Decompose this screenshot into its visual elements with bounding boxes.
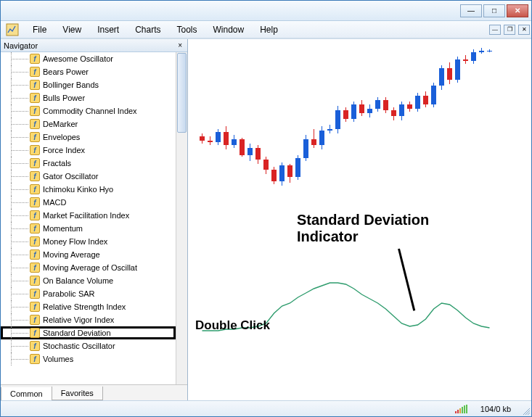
navigator-item[interactable]: fRelative Strength Index — [1, 300, 176, 313]
svg-rect-34 — [327, 129, 332, 131]
mdi-close-button[interactable]: ✕ — [518, 25, 530, 35]
window-close-button[interactable]: ✕ — [507, 4, 528, 17]
navigator-item-label: Momentum — [43, 224, 83, 233]
svg-rect-12 — [240, 139, 245, 155]
navigator-item-label: Envelopes — [43, 133, 80, 141]
navigator-item[interactable]: fMoney Flow Index — [1, 235, 176, 248]
indicator-icon: f — [30, 223, 40, 234]
navigator-panel: Navigator × fAwesome OscillatorfBears Po… — [1, 39, 188, 400]
navigator-item[interactable]: fStandard Deviation — [1, 326, 176, 339]
navigator-list[interactable]: fAwesome OscillatorfBears PowerfBollinge… — [1, 52, 176, 384]
navigator-item[interactable]: fMarket Facilitation Index — [1, 209, 176, 222]
navigator-scrollbar[interactable] — [176, 52, 187, 384]
svg-rect-68 — [463, 59, 468, 61]
svg-rect-62 — [439, 68, 444, 86]
navigator-item-label: Standard Deviation — [43, 329, 111, 337]
navigator-item[interactable]: fBulls Power — [1, 91, 176, 104]
navigator-item[interactable]: fDeMarker — [1, 117, 176, 131]
navigator-item[interactable]: fOn Balance Volume — [1, 274, 176, 287]
statusbar: 104/0 kb — [1, 400, 531, 416]
indicator-icon: f — [30, 341, 40, 351]
tab-favorites[interactable]: Favorites — [52, 387, 103, 400]
menu-charts[interactable]: Charts — [128, 23, 168, 36]
window-minimize-button[interactable]: — — [460, 4, 482, 17]
navigator-item[interactable]: fBears Power — [1, 65, 176, 78]
mdi-minimize-icon: — — [492, 26, 498, 33]
indicator-icon: f — [30, 315, 40, 325]
svg-rect-8 — [224, 132, 229, 145]
navigator-item-label: Moving Average — [43, 250, 100, 259]
navigator-item-label: Relative Strength Index — [43, 302, 126, 311]
navigator-item-label: Commodity Channel Index — [43, 107, 137, 115]
resize-grip[interactable] — [521, 406, 530, 415]
mdi-minimize-button[interactable]: — — [489, 25, 501, 35]
svg-rect-54 — [407, 104, 412, 109]
window-maximize-button[interactable]: □ — [483, 4, 505, 17]
indicator-icon: f — [30, 106, 40, 116]
navigator-header[interactable]: Navigator × — [1, 39, 187, 52]
navigator-item[interactable]: fGator Oscillator — [1, 170, 176, 183]
navigator-item-label: Moving Average of Oscillat — [43, 263, 137, 272]
titlebar[interactable]: — □ ✕ — [1, 1, 531, 21]
svg-rect-46 — [375, 100, 380, 109]
svg-rect-52 — [399, 104, 404, 116]
svg-rect-44 — [367, 109, 372, 113]
navigator-item-label: Gator Oscillator — [43, 172, 98, 181]
indicator-icon: f — [30, 158, 40, 168]
app-icon — [5, 22, 20, 37]
navigator-item[interactable]: fForce Index — [1, 144, 176, 157]
svg-rect-22 — [279, 165, 285, 181]
navigator-item[interactable]: fVolumes — [1, 352, 176, 366]
svg-rect-10 — [232, 139, 237, 145]
chart-area[interactable]: Standard Deviation Indicator Double Clic… — [188, 39, 531, 400]
navigator-item-label: Bollinger Bands — [43, 80, 99, 89]
indicator-icon: f — [30, 289, 40, 299]
indicator-icon: f — [30, 184, 40, 194]
menu-insert[interactable]: Insert — [90, 23, 126, 36]
minimize-icon: — — [467, 7, 475, 15]
navigator-item[interactable]: fBollinger Bands — [1, 78, 176, 91]
maximize-icon: □ — [492, 7, 496, 15]
navigator-item[interactable]: fMoving Average of Oscillat — [1, 261, 176, 274]
menu-tools[interactable]: Tools — [170, 23, 205, 36]
status-text: 104/0 kb — [480, 405, 511, 413]
indicator-icon: f — [30, 93, 40, 103]
navigator-item[interactable]: fEnvelopes — [1, 131, 176, 144]
navigator-item-label: Parabolic SAR — [43, 289, 95, 298]
svg-rect-28 — [303, 139, 308, 158]
navigator-item[interactable]: fStochastic Oscillator — [1, 339, 176, 352]
indicator-icon: f — [30, 249, 40, 260]
svg-rect-6 — [216, 132, 221, 142]
annotation-title: Standard Deviation Indicator — [297, 212, 429, 245]
connection-bars-icon — [455, 405, 467, 413]
body-row: Navigator × fAwesome OscillatorfBears Po… — [1, 38, 531, 400]
mdi-restore-button[interactable]: ❐ — [504, 25, 515, 35]
svg-rect-38 — [343, 110, 348, 119]
navigator-item[interactable]: fRelative Vigor Index — [1, 313, 176, 326]
indicator-icon: f — [30, 236, 40, 247]
navigator-item[interactable]: fMACD — [1, 196, 176, 209]
menu-help[interactable]: Help — [253, 23, 285, 36]
navigator-item[interactable]: fFractals — [1, 157, 176, 170]
navigator-item[interactable]: fCommodity Channel Index — [1, 104, 176, 117]
svg-rect-18 — [263, 160, 269, 170]
navigator-item[interactable]: fAwesome Oscillator — [1, 52, 176, 65]
navigator-item[interactable]: fIchimoku Kinko Hyo — [1, 183, 176, 196]
svg-rect-50 — [391, 110, 396, 116]
scrollbar-thumb[interactable] — [177, 53, 187, 133]
navigator-close-button[interactable]: × — [176, 41, 184, 49]
svg-rect-30 — [311, 139, 316, 145]
tab-common[interactable]: Common — [1, 387, 52, 400]
navigator-item-label: Ichimoku Kinko Hyo — [43, 185, 113, 194]
menu-view[interactable]: View — [55, 23, 89, 36]
svg-rect-0 — [7, 24, 18, 36]
navigator-item[interactable]: fParabolic SAR — [1, 287, 176, 300]
navigator-item[interactable]: fMoving Average — [1, 248, 176, 261]
indicator-icon: f — [30, 171, 40, 181]
menu-window[interactable]: Window — [206, 23, 252, 36]
svg-rect-70 — [471, 52, 476, 61]
menu-file[interactable]: File — [25, 23, 54, 36]
navigator-item[interactable]: fMomentum — [1, 222, 176, 235]
annotation-hint: Double Click — [195, 318, 270, 333]
indicator-icon: f — [30, 276, 40, 286]
